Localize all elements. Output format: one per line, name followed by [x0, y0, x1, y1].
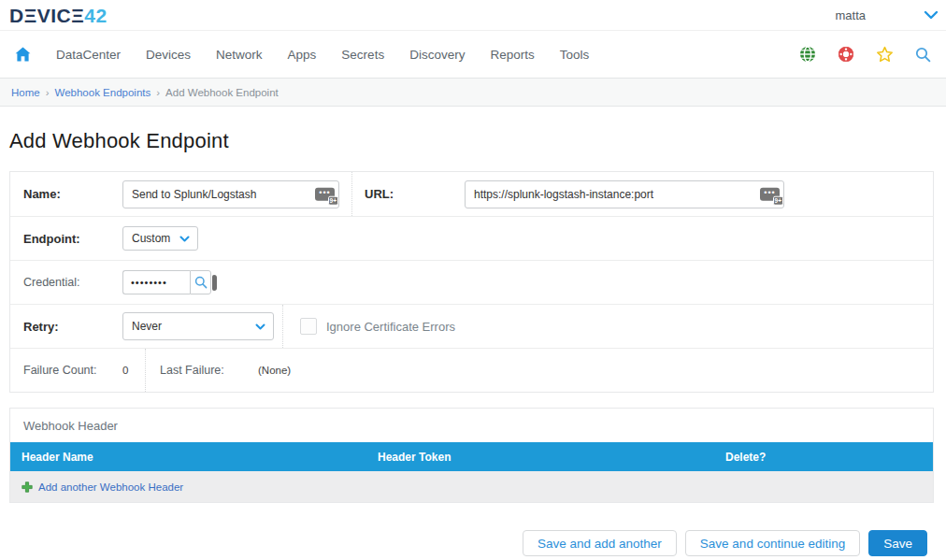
name-label: Name:	[23, 187, 122, 201]
endpoint-select[interactable]: Custom	[122, 226, 198, 251]
globe-icon	[799, 46, 816, 63]
user-menu-chevron[interactable]	[924, 10, 939, 20]
breadcrumb-separator: ›	[156, 87, 160, 98]
retry-selected-value: Never	[132, 320, 162, 333]
autofill-badge: 9+	[328, 195, 338, 205]
form-row-endpoint: Endpoint: Custom	[10, 216, 933, 260]
save-and-add-another-button[interactable]: Save and add another	[523, 530, 677, 556]
save-button[interactable]: Save	[868, 530, 927, 556]
autofill-icon: ••• 9+	[315, 187, 335, 200]
nav-item-devices[interactable]: Devices	[146, 48, 191, 62]
nav-item-network[interactable]: Network	[216, 48, 263, 62]
nav-item-apps[interactable]: Apps	[288, 48, 317, 62]
breadcrumb-current: Add Webhook Endpoint	[165, 87, 279, 98]
column-header-token: Header Token	[378, 451, 725, 464]
last-failure-label: Last Failure:	[160, 364, 258, 377]
credential-label: Credential:	[23, 276, 122, 289]
breadcrumb: Home › Webhook Endpoints › Add Webhook E…	[0, 79, 946, 107]
top-bar: DΞVICΞ42 matta	[0, 0, 946, 31]
plus-icon	[22, 481, 33, 493]
form-row-credential: Credential:	[10, 260, 933, 304]
main-nav: DataCenter Devices Network Apps Secrets …	[0, 31, 946, 79]
add-another-webhook-header-link[interactable]: Add another Webhook Header	[38, 481, 183, 493]
device42-logo[interactable]: DΞVICΞ42	[9, 6, 108, 25]
credential-input[interactable]	[122, 270, 190, 294]
form-row-name-url: Name: ••• 9+ URL: ••• 9+	[10, 172, 933, 216]
search-icon	[194, 276, 208, 289]
url-input[interactable]	[465, 180, 784, 208]
nav-item-datacenter[interactable]: DataCenter	[56, 48, 121, 62]
chevron-down-icon	[924, 10, 939, 20]
star-icon	[876, 46, 894, 63]
support-button[interactable]	[838, 46, 854, 63]
column-header-name: Header Name	[22, 451, 378, 464]
home-button[interactable]	[15, 47, 31, 62]
retry-label: Retry:	[23, 320, 122, 334]
retry-select[interactable]: Never	[122, 312, 274, 340]
webhook-header-table-head: Header Name Header Token Delete?	[10, 442, 933, 471]
webhook-header-title: Webhook Header	[10, 409, 933, 442]
name-input[interactable]	[122, 180, 339, 208]
breadcrumb-separator: ›	[46, 87, 50, 98]
search-button[interactable]	[915, 47, 931, 63]
nav-item-reports[interactable]: Reports	[490, 48, 534, 62]
life-ring-icon	[838, 46, 854, 63]
chevron-down-icon	[255, 323, 265, 330]
endpoint-selected-value: Custom	[132, 232, 170, 245]
search-icon	[915, 47, 931, 63]
webhook-endpoint-form: Name: ••• 9+ URL: ••• 9+ Endpoint:	[9, 171, 934, 393]
nav-item-secrets[interactable]: Secrets	[341, 48, 384, 62]
form-row-failure: Failure Count: 0 Last Failure: (None)	[10, 348, 933, 392]
column-delete: Delete?	[725, 451, 933, 464]
failure-count-value: 0	[122, 365, 128, 376]
home-icon	[15, 47, 31, 62]
credential-lookup-button[interactable]	[190, 270, 211, 294]
ignore-certificate-errors-checkbox[interactable]	[300, 318, 317, 335]
favorites-button[interactable]	[876, 46, 894, 63]
nav-item-discovery[interactable]: Discovery	[409, 48, 465, 62]
url-label: URL:	[365, 187, 465, 201]
last-failure-value: (None)	[258, 365, 291, 376]
failure-count-label: Failure Count:	[23, 364, 122, 377]
breadcrumb-home[interactable]: Home	[11, 87, 40, 98]
clipped-extension-icon	[212, 275, 217, 291]
nav-item-tools[interactable]: Tools	[560, 48, 590, 62]
form-actions: Save and add another Save and continue e…	[0, 530, 927, 556]
add-webhook-header-row: Add another Webhook Header	[10, 471, 933, 502]
webhook-header-section: Webhook Header Header Name Header Token …	[9, 408, 934, 503]
username[interactable]: matta	[835, 8, 866, 22]
breadcrumb-webhook-endpoints[interactable]: Webhook Endpoints	[55, 87, 151, 98]
save-and-continue-editing-button[interactable]: Save and continue editing	[685, 530, 860, 556]
logo-text-42: 42	[84, 5, 107, 26]
autofill-badge: 9+	[773, 195, 783, 205]
ignore-certificate-errors-label: Ignore Certificate Errors	[326, 320, 455, 334]
endpoint-label: Endpoint:	[23, 232, 122, 246]
chevron-down-icon	[179, 236, 190, 242]
globe-button[interactable]	[799, 46, 816, 63]
form-row-retry: Retry: Never Ignore Certificate Errors	[10, 304, 933, 348]
page-title: Add Webhook Endpoint	[9, 129, 946, 153]
autofill-icon: ••• 9+	[760, 187, 780, 200]
logo-text-device: DΞVICΞ	[9, 5, 84, 26]
